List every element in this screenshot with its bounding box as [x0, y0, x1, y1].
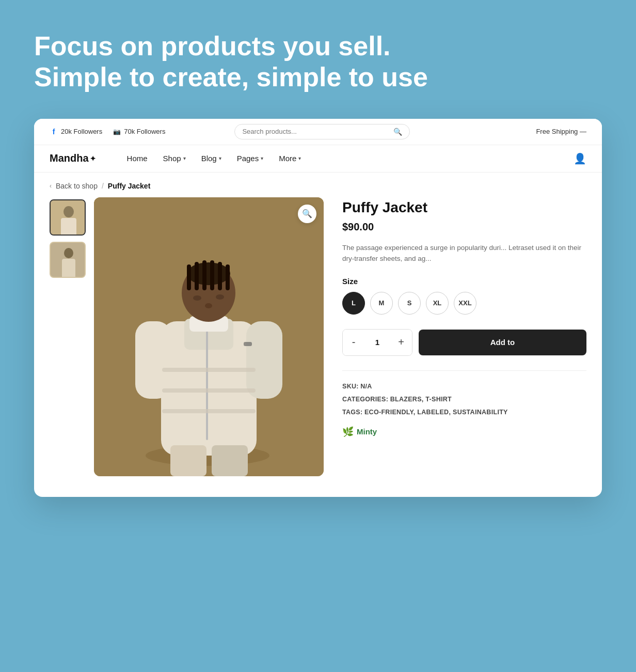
- user-icon[interactable]: 👤: [574, 152, 586, 165]
- svg-rect-2: [61, 218, 76, 236]
- thumbnail-2[interactable]: [50, 242, 86, 278]
- svg-rect-19: [187, 264, 191, 290]
- categories-value: BLAZERS, T-SHIRT: [390, 396, 452, 403]
- svg-rect-28: [170, 445, 206, 476]
- svg-rect-21: [202, 260, 206, 290]
- size-XL[interactable]: XL: [426, 292, 449, 315]
- nav-more[interactable]: More ▾: [279, 154, 301, 163]
- svg-rect-22: [210, 260, 214, 290]
- categories-row: CATEGORIES: BLAZERS, T-SHIRT: [342, 393, 586, 406]
- size-options: L M S XL XXL: [342, 292, 586, 315]
- facebook-icon: f: [50, 128, 58, 136]
- shop-chevron: ▾: [183, 155, 186, 161]
- nav-blog[interactable]: Blog ▾: [201, 154, 221, 163]
- hero-line2: Simple to create, simple to use: [34, 62, 447, 93]
- more-chevron: ▾: [298, 155, 301, 161]
- search-button[interactable]: 🔍: [393, 128, 402, 136]
- tags-row: TAGS: ECO-FRIENDLY, LABELED, SUSTAINABIL…: [342, 406, 586, 419]
- categories-label: CATEGORIES:: [342, 396, 388, 403]
- svg-rect-14: [162, 388, 256, 393]
- svg-rect-11: [135, 321, 171, 399]
- product-meta: SKU: N/A CATEGORIES: BLAZERS, T-SHIRT TA…: [342, 370, 586, 419]
- search-input[interactable]: [242, 128, 393, 135]
- svg-point-27: [205, 303, 212, 308]
- instagram-followers: 📷 70k Followers: [113, 128, 165, 136]
- svg-rect-23: [218, 262, 222, 290]
- qty-minus-button[interactable]: -: [343, 330, 364, 355]
- svg-rect-24: [226, 264, 230, 290]
- logo-text: Mandha: [50, 152, 89, 164]
- svg-point-1: [63, 206, 74, 217]
- nav-bar: Mandha✦ Home Shop ▾ Blog ▾ Pages ▾: [34, 145, 602, 173]
- product-description: The passage experienced a surge in popul…: [342, 242, 586, 264]
- size-label: Size: [342, 277, 586, 286]
- breadcrumb-current-page: Puffy Jacket: [108, 182, 150, 190]
- size-L[interactable]: L: [342, 292, 365, 315]
- tags-value: ECO-FRIENDLY, LABELED, SUSTAINABILITY: [364, 409, 508, 416]
- size-S[interactable]: S: [398, 292, 421, 315]
- leaf-icon: 🌿: [342, 426, 354, 437]
- svg-rect-13: [162, 368, 256, 372]
- sku-value: N/A: [360, 383, 372, 390]
- hero-line1: Focus on products you sell.: [34, 31, 447, 62]
- nav-home[interactable]: Home: [127, 154, 148, 163]
- svg-rect-10: [206, 326, 208, 440]
- svg-point-26: [216, 294, 224, 300]
- nav-logo[interactable]: Mandha✦: [50, 152, 96, 164]
- zoom-button[interactable]: 🔍: [298, 205, 316, 223]
- svg-rect-20: [195, 262, 199, 290]
- search-bar[interactable]: 🔍: [234, 124, 410, 139]
- shipping-text: Free Shipping —: [536, 128, 586, 135]
- instagram-count: 70k Followers: [124, 128, 165, 135]
- nav-links: Home Shop ▾ Blog ▾ Pages ▾ More ▾: [127, 154, 574, 163]
- breadcrumb: ‹ Back to shop / Puffy Jacket: [34, 173, 602, 197]
- breadcrumb-chevron-icon: ‹: [50, 182, 52, 190]
- blog-chevron: ▾: [219, 155, 221, 161]
- product-section: 🔍 Puffy Jacket $90.00 The passage experi…: [34, 197, 602, 497]
- brand-badge: 🌿 Minty: [342, 426, 377, 437]
- quantity-control: - 1 +: [342, 329, 412, 356]
- size-XXL[interactable]: XXL: [454, 292, 476, 315]
- svg-rect-29: [212, 445, 248, 476]
- svg-point-4: [64, 248, 73, 258]
- nav-shop[interactable]: Shop ▾: [163, 154, 186, 163]
- svg-rect-30: [244, 342, 252, 346]
- product-thumbnails: [50, 197, 86, 476]
- logo-star: ✦: [90, 154, 96, 163]
- svg-rect-5: [62, 259, 75, 278]
- facebook-count: 20k Followers: [61, 128, 102, 135]
- svg-point-18: [187, 262, 230, 285]
- instagram-icon: 📷: [113, 128, 121, 136]
- hero-section: Focus on products you sell. Simple to cr…: [34, 31, 447, 93]
- svg-rect-15: [162, 409, 256, 413]
- product-details: Puffy Jacket $90.00 The passage experien…: [324, 197, 586, 476]
- add-to-cart-button[interactable]: Add to: [419, 330, 586, 355]
- social-bar: f 20k Followers 📷 70k Followers: [50, 128, 165, 136]
- shop-card: f 20k Followers 📷 70k Followers 🔍 Free S…: [34, 119, 602, 497]
- product-main-image: 🔍: [94, 197, 324, 476]
- top-bar: f 20k Followers 📷 70k Followers 🔍 Free S…: [34, 119, 602, 145]
- nav-pages[interactable]: Pages ▾: [237, 154, 264, 163]
- svg-point-25: [193, 295, 201, 301]
- product-name: Puffy Jacket: [342, 199, 586, 216]
- sku-row: SKU: N/A: [342, 380, 586, 393]
- add-to-cart-row: - 1 + Add to: [342, 329, 586, 356]
- qty-value: 1: [364, 338, 390, 347]
- sku-label: SKU:: [342, 383, 359, 390]
- product-figure: [94, 197, 324, 476]
- breadcrumb-separator: /: [102, 182, 104, 190]
- product-price: $90.00: [342, 221, 586, 233]
- brand-label: Minty: [357, 427, 377, 436]
- qty-plus-button[interactable]: +: [390, 330, 412, 355]
- svg-rect-12: [246, 321, 282, 399]
- tags-label: TAGS:: [342, 409, 362, 416]
- thumbnail-1[interactable]: [50, 199, 86, 236]
- pages-chevron: ▾: [261, 155, 263, 161]
- size-M[interactable]: M: [370, 292, 393, 315]
- facebook-followers: f 20k Followers: [50, 128, 102, 136]
- back-to-shop-link[interactable]: Back to shop: [56, 182, 98, 190]
